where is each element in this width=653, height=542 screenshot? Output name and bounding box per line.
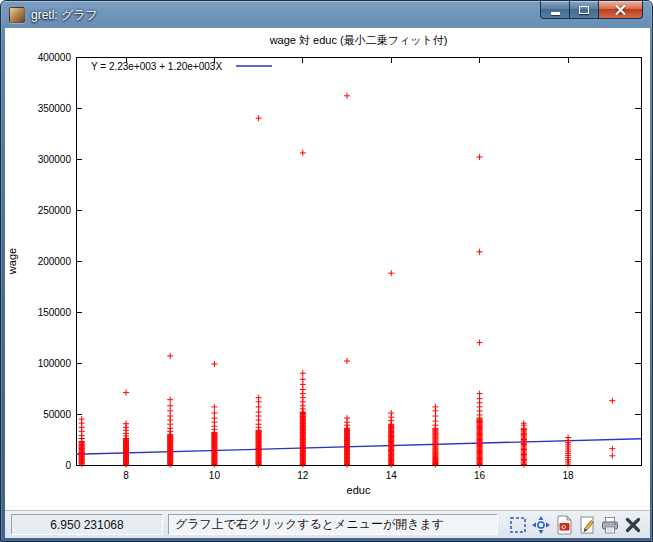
svg-text:14: 14	[386, 470, 398, 481]
svg-text:0: 0	[65, 460, 71, 471]
svg-text:18: 18	[563, 470, 575, 481]
graph-toolbar	[506, 513, 644, 536]
close-window-button[interactable]	[598, 1, 643, 19]
gretl-graph-window: gretl: グラフ wage 対 educ (最小二乗フィット付)wageed…	[0, 0, 653, 542]
gretl-app-icon	[9, 7, 25, 23]
svg-text:12: 12	[297, 470, 309, 481]
status-hint-text: グラフ上で右クリックするとメニューが開きます	[168, 514, 498, 535]
maximize-icon	[579, 6, 589, 14]
svg-text:educ: educ	[347, 484, 371, 496]
svg-text:150000: 150000	[38, 307, 72, 318]
window-controls	[540, 1, 643, 19]
maximize-button[interactable]	[569, 1, 598, 19]
svg-text:400000: 400000	[38, 52, 72, 63]
close-icon	[623, 515, 643, 535]
svg-text:100000: 100000	[38, 358, 72, 369]
print-icon	[600, 515, 620, 535]
status-bar: 6.950 231068 グラフ上で右クリックするとメニューが開きます	[5, 510, 650, 538]
minimize-icon	[551, 12, 560, 15]
svg-text:Y = 2.23e+003 + 1.20e+003X: Y = 2.23e+003 + 1.20e+003X	[91, 61, 222, 72]
window-title: gretl: グラフ	[31, 7, 98, 24]
pdf-icon	[554, 515, 574, 535]
svg-text:250000: 250000	[38, 205, 72, 216]
svg-text:350000: 350000	[38, 103, 72, 114]
svg-text:8: 8	[123, 470, 129, 481]
pan-button[interactable]	[529, 513, 552, 536]
close-graph-button[interactable]	[621, 513, 644, 536]
print-button[interactable]	[598, 513, 621, 536]
coordinate-display: 6.950 231068	[11, 514, 163, 535]
svg-text:300000: 300000	[38, 154, 72, 165]
zoom-icon	[508, 515, 528, 535]
plot-svg[interactable]: wage 対 educ (最小二乗フィット付)wageeduc050000100…	[5, 28, 650, 510]
edit-icon	[577, 515, 597, 535]
edit-button[interactable]	[575, 513, 598, 536]
title-bar[interactable]: gretl: グラフ	[1, 1, 652, 28]
svg-text:16: 16	[474, 470, 486, 481]
svg-text:wage: wage	[6, 248, 18, 275]
save-pdf-button[interactable]	[552, 513, 575, 536]
close-icon	[615, 5, 626, 15]
svg-text:wage 対 educ (最小二乗フィット付): wage 対 educ (最小二乗フィット付)	[269, 34, 448, 46]
svg-text:200000: 200000	[38, 256, 72, 267]
plot-area[interactable]: wage 対 educ (最小二乗フィット付)wageeduc050000100…	[5, 28, 650, 510]
svg-text:50000: 50000	[43, 409, 71, 420]
zoom-button[interactable]	[506, 513, 529, 536]
minimize-button[interactable]	[540, 1, 569, 19]
svg-text:10: 10	[209, 470, 221, 481]
pan-icon	[531, 515, 551, 535]
